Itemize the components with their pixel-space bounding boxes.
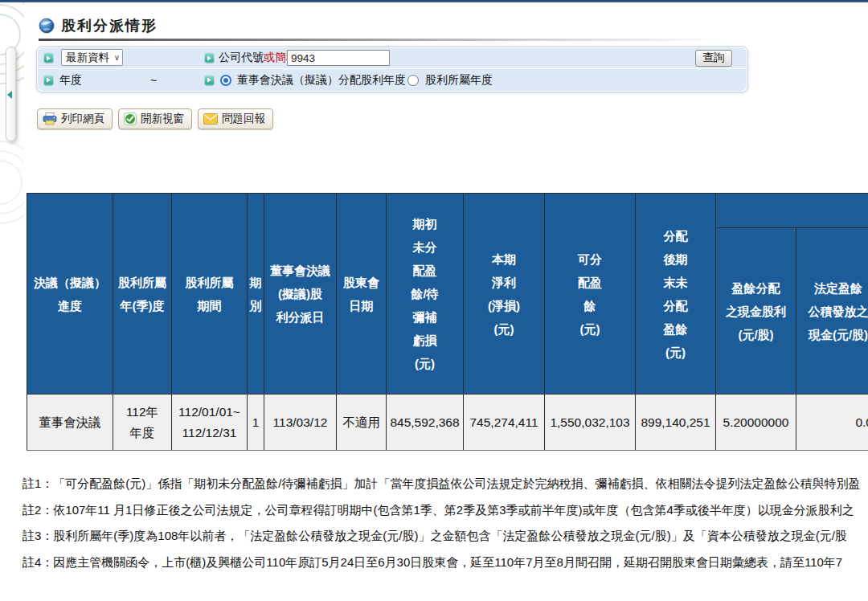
company-code-label-black: 公司代號: [219, 51, 264, 63]
header-dividend-period: 股利所屬 期間: [172, 194, 248, 395]
arrow-bullet-icon: [43, 53, 54, 63]
arrow-bullet-icon: [43, 75, 54, 85]
footnotes: 註1：「可分配盈餘(元)」係指「期初未分配盈餘/待彌補虧損」加計「當年度損益依公…: [23, 471, 868, 575]
header-beginning-unappropriated-earnings: 期初 未分 配盈 餘/待 彌補 虧損 (元): [387, 194, 464, 395]
data-type-select[interactable]: 最新資料 ∨: [61, 49, 123, 66]
radio-dividend-belong-year[interactable]: [407, 75, 419, 86]
company-code-label: 公司代號或簡稱: [219, 51, 297, 65]
feedback-button[interactable]: 問題回報: [198, 108, 273, 129]
header-shareholders-meeting-date: 股東會 日期: [337, 194, 387, 395]
query-form: 最新資料 ∨ 公司代號或簡稱 查詢 年度 ~ 董事會決議（擬議）分配股利年度 股…: [36, 46, 748, 92]
page-header: 股利分派情形: [39, 16, 158, 35]
dividend-table: 決議（擬議） 進度 股利所屬 年(季)度 股利所屬 期間 期 別 董事會決議 (…: [27, 193, 868, 451]
header-board-resolution-date: 董事會決議 (擬議)股 利分派日: [264, 194, 337, 395]
company-code-input[interactable]: [287, 50, 390, 66]
note-3: 註3：股利所屬年(季)度為108年以前者，「法定盈餘公積發放之現金(元/股)」之…: [23, 523, 868, 550]
feedback-label: 問題回報: [222, 112, 265, 126]
cell-ending-unappropriated-earnings: 899,140,251: [636, 395, 716, 451]
print-page-label: 列印網頁: [61, 112, 104, 126]
cell-term: 1: [248, 395, 264, 451]
cell-resolution-progress: 董事會決議: [27, 395, 113, 451]
cell-board-resolution-date: 113/03/12: [264, 395, 337, 451]
form-row-1: 最新資料 ∨ 公司代號或簡稱 查詢: [38, 47, 747, 68]
toolbar: 列印網頁 開新視窗 問題回報: [37, 108, 273, 129]
year-label: 年度: [59, 73, 82, 88]
check-icon: [124, 112, 137, 125]
new-window-label: 開新視窗: [141, 112, 184, 126]
header-resolution-progress: 決議（擬議） 進度: [27, 194, 113, 395]
note-2: 註2：依107年11 月1日修正後之公司法規定，公司章程得訂明期中(包含第1季、…: [23, 497, 868, 524]
cell-dividend-period: 112/01/01~ 112/12/31: [172, 395, 248, 451]
page-title: 股利分派情形: [61, 16, 158, 35]
header-distributable-earnings: 可分 配盈 餘 (元): [545, 194, 636, 395]
note-1: 註1：「可分配盈餘(元)」係指「期初未分配盈餘/待彌補虧損」加計「當年度損益依公…: [23, 471, 868, 497]
printer-icon: [43, 112, 57, 125]
chevron-down-icon: ∨: [114, 53, 120, 62]
new-window-button[interactable]: 開新視窗: [118, 108, 192, 129]
cell-dividend-year: 112年 年度: [113, 395, 172, 451]
header-net-income: 本期 淨利 (淨損) (元): [464, 194, 545, 395]
header-dividend-year: 股利所屬 年(季)度: [113, 194, 172, 395]
tilde-separator: ~: [150, 74, 157, 87]
arrow-bullet-icon: [204, 53, 215, 63]
table-row: 董事會決議 112年 年度 112/01/01~ 112/12/31 1 113…: [27, 395, 868, 451]
radio-board-resolution-year-label: 董事會決議（擬議）分配股利年度: [237, 73, 406, 88]
radio-dividend-belong-year-label: 股利所屬年度: [425, 73, 493, 88]
globe-icon: [39, 18, 55, 34]
print-page-button[interactable]: 列印網頁: [37, 108, 113, 129]
note-4: 註4：因應主管機關函令，上市(櫃)及興櫃公司110年原訂5月24日至6月30日股…: [23, 550, 868, 576]
collapse-left-arrow-icon[interactable]: [7, 91, 12, 99]
data-type-select-value: 最新資料: [66, 51, 109, 65]
group-header-cash-dividend: [716, 194, 868, 228]
header-ending-unappropriated-earnings: 分配 後期 末未 分配 盈餘 (元): [636, 194, 716, 395]
cell-cash-from-legal-reserve: 0.0: [796, 395, 868, 451]
cell-net-income: 745,274,411: [464, 395, 545, 451]
cell-distributable-earnings: 1,550,032,103: [545, 395, 636, 451]
header-cash-from-legal-reserve: 法定盈餘 公積發放之 現金(元/股): [796, 228, 868, 395]
cell-cash-dividend-from-earnings: 5.20000000: [716, 395, 796, 451]
header-cash-dividend-from-earnings: 盈餘分配 之現金股利 (元/股): [716, 228, 796, 395]
header-term: 期 別: [248, 194, 264, 395]
cell-shareholders-meeting-date: 不適用: [337, 395, 387, 451]
page: 股利分派情形 最新資料 ∨ 公司代號或簡稱 查詢 年度 ~ 董事會決議（擬議）分…: [0, 0, 868, 601]
search-button[interactable]: 查詢: [695, 50, 732, 67]
envelope-icon: [203, 113, 218, 125]
arrow-bullet-icon: [204, 75, 215, 85]
title-underline: [39, 39, 730, 41]
left-sidebar: [0, 2, 24, 601]
table-group-header-row: 決議（擬議） 進度 股利所屬 年(季)度 股利所屬 期間 期 別 董事會決議 (…: [27, 194, 868, 228]
form-row-2: 年度 ~ 董事會決議（擬議）分配股利年度 股利所屬年度: [38, 69, 747, 91]
cell-beginning-unappropriated-earnings: 845,592,368: [387, 395, 464, 451]
top-border-line: [0, 0, 868, 2]
radio-board-resolution-year[interactable]: [220, 75, 231, 86]
